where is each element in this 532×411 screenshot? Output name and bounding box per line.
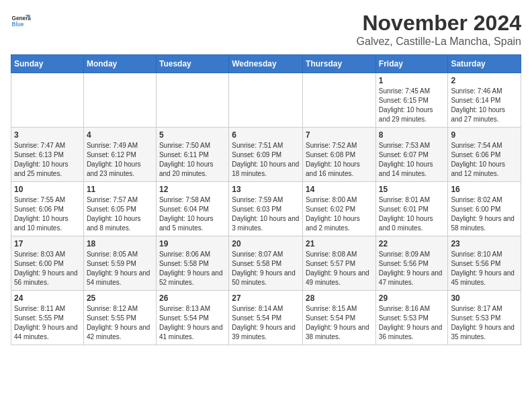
calendar-cell: 19Sunrise: 8:06 AMSunset: 5:58 PMDayligh… (156, 236, 228, 291)
day-number: 18 (87, 239, 153, 248)
calendar-cell: 23Sunrise: 8:10 AMSunset: 5:56 PMDayligh… (448, 236, 521, 291)
calendar-cell: 13Sunrise: 7:59 AMSunset: 6:03 PMDayligh… (229, 182, 303, 236)
day-info: Sunrise: 8:05 AMSunset: 5:59 PMDaylight:… (87, 250, 153, 287)
calendar-cell: 22Sunrise: 8:09 AMSunset: 5:56 PMDayligh… (375, 236, 448, 291)
day-info: Sunrise: 8:03 AMSunset: 6:00 PMDaylight:… (14, 250, 81, 287)
calendar-cell: 9Sunrise: 7:54 AMSunset: 6:06 PMDaylight… (448, 128, 521, 182)
day-info: Sunrise: 7:45 AMSunset: 6:15 PMDaylight:… (379, 87, 445, 124)
calendar-cell: 2Sunrise: 7:46 AMSunset: 6:14 PMDaylight… (448, 73, 521, 128)
day-number: 6 (232, 130, 300, 140)
day-number: 25 (87, 293, 153, 303)
day-info: Sunrise: 8:14 AMSunset: 5:54 PMDaylight:… (232, 304, 300, 342)
day-info: Sunrise: 7:55 AMSunset: 6:06 PMDaylight:… (14, 195, 81, 233)
calendar-cell (83, 73, 156, 128)
day-info: Sunrise: 8:06 AMSunset: 5:58 PMDaylight:… (159, 250, 226, 287)
day-number: 16 (451, 185, 518, 194)
day-info: Sunrise: 8:01 AMSunset: 6:01 PMDaylight:… (379, 195, 445, 233)
day-number: 10 (14, 185, 81, 194)
day-number: 27 (232, 293, 300, 303)
day-info: Sunrise: 8:08 AMSunset: 5:57 PMDaylight:… (306, 250, 373, 287)
calendar-cell: 15Sunrise: 8:01 AMSunset: 6:01 PMDayligh… (375, 182, 448, 236)
calendar-cell: 21Sunrise: 8:08 AMSunset: 5:57 PMDayligh… (303, 236, 376, 291)
calendar-cell: 24Sunrise: 8:11 AMSunset: 5:55 PMDayligh… (11, 291, 84, 345)
week-row-3: 17Sunrise: 8:03 AMSunset: 6:00 PMDayligh… (11, 236, 521, 291)
calendar-body: 1Sunrise: 7:45 AMSunset: 6:15 PMDaylight… (11, 73, 521, 345)
day-number: 20 (232, 239, 300, 248)
day-info: Sunrise: 8:07 AMSunset: 5:58 PMDaylight:… (232, 250, 300, 287)
day-number: 24 (14, 293, 81, 303)
dow-thursday: Thursday (303, 55, 376, 73)
day-info: Sunrise: 7:54 AMSunset: 6:06 PMDaylight:… (451, 141, 518, 179)
calendar-cell: 17Sunrise: 8:03 AMSunset: 6:00 PMDayligh… (11, 236, 84, 291)
calendar-cell (229, 73, 303, 128)
calendar-cell: 1Sunrise: 7:45 AMSunset: 6:15 PMDaylight… (375, 73, 448, 128)
dow-friday: Friday (375, 55, 448, 73)
calendar-cell (156, 73, 228, 128)
calendar-cell: 6Sunrise: 7:51 AMSunset: 6:09 PMDaylight… (229, 128, 303, 182)
page-header: General Blue November 2024 Galvez, Casti… (11, 11, 521, 48)
title-area: November 2024 Galvez, Castille-La Mancha… (357, 11, 521, 48)
day-info: Sunrise: 7:49 AMSunset: 6:12 PMDaylight:… (87, 141, 153, 179)
day-info: Sunrise: 7:59 AMSunset: 6:03 PMDaylight:… (232, 195, 300, 233)
day-number: 2 (451, 76, 518, 85)
calendar-cell: 5Sunrise: 7:50 AMSunset: 6:11 PMDaylight… (156, 128, 228, 182)
days-of-week-row: SundayMondayTuesdayWednesdayThursdayFrid… (11, 55, 521, 73)
calendar-cell: 11Sunrise: 7:57 AMSunset: 6:05 PMDayligh… (83, 182, 156, 236)
calendar-cell (11, 73, 84, 128)
dow-wednesday: Wednesday (229, 55, 303, 73)
day-number: 11 (87, 185, 153, 194)
week-row-2: 10Sunrise: 7:55 AMSunset: 6:06 PMDayligh… (11, 182, 521, 236)
day-info: Sunrise: 8:00 AMSunset: 6:02 PMDaylight:… (306, 195, 373, 233)
dow-monday: Monday (83, 55, 156, 73)
day-number: 5 (159, 130, 226, 140)
day-info: Sunrise: 8:15 AMSunset: 5:54 PMDaylight:… (306, 304, 373, 342)
calendar-cell: 20Sunrise: 8:07 AMSunset: 5:58 PMDayligh… (229, 236, 303, 291)
calendar-cell: 14Sunrise: 8:00 AMSunset: 6:02 PMDayligh… (303, 182, 376, 236)
day-info: Sunrise: 7:47 AMSunset: 6:13 PMDaylight:… (14, 141, 81, 179)
calendar-cell: 18Sunrise: 8:05 AMSunset: 5:59 PMDayligh… (83, 236, 156, 291)
calendar-cell: 28Sunrise: 8:15 AMSunset: 5:54 PMDayligh… (303, 291, 376, 345)
calendar-cell: 26Sunrise: 8:13 AMSunset: 5:54 PMDayligh… (156, 291, 228, 345)
calendar-cell: 16Sunrise: 8:02 AMSunset: 6:00 PMDayligh… (448, 182, 521, 236)
calendar-cell: 29Sunrise: 8:16 AMSunset: 5:53 PMDayligh… (375, 291, 448, 345)
day-info: Sunrise: 7:51 AMSunset: 6:09 PMDaylight:… (232, 141, 300, 179)
day-info: Sunrise: 8:02 AMSunset: 6:00 PMDaylight:… (451, 195, 518, 233)
calendar-cell: 3Sunrise: 7:47 AMSunset: 6:13 PMDaylight… (11, 128, 84, 182)
day-number: 12 (159, 185, 226, 194)
day-number: 1 (379, 76, 445, 85)
day-number: 13 (232, 185, 300, 194)
day-number: 28 (306, 293, 373, 303)
dow-sunday: Sunday (11, 55, 84, 73)
day-number: 26 (159, 293, 226, 303)
day-number: 22 (379, 239, 445, 248)
day-number: 4 (87, 130, 153, 140)
dow-tuesday: Tuesday (156, 55, 228, 73)
calendar-cell: 25Sunrise: 8:12 AMSunset: 5:55 PMDayligh… (83, 291, 156, 345)
calendar-cell: 30Sunrise: 8:17 AMSunset: 5:53 PMDayligh… (448, 291, 521, 345)
day-info: Sunrise: 7:46 AMSunset: 6:14 PMDaylight:… (451, 87, 518, 124)
calendar-cell: 7Sunrise: 7:52 AMSunset: 6:08 PMDaylight… (303, 128, 376, 182)
week-row-1: 3Sunrise: 7:47 AMSunset: 6:13 PMDaylight… (11, 128, 521, 182)
page-title: November 2024 (357, 11, 521, 36)
day-info: Sunrise: 8:10 AMSunset: 5:56 PMDaylight:… (451, 250, 518, 287)
week-row-4: 24Sunrise: 8:11 AMSunset: 5:55 PMDayligh… (11, 291, 521, 345)
day-number: 30 (451, 293, 518, 303)
dow-saturday: Saturday (448, 55, 521, 73)
day-number: 21 (306, 239, 373, 248)
calendar-cell: 4Sunrise: 7:49 AMSunset: 6:12 PMDaylight… (83, 128, 156, 182)
day-info: Sunrise: 7:57 AMSunset: 6:05 PMDaylight:… (87, 195, 153, 233)
logo: General Blue (11, 11, 31, 31)
day-info: Sunrise: 8:12 AMSunset: 5:55 PMDaylight:… (87, 304, 153, 342)
day-info: Sunrise: 7:50 AMSunset: 6:11 PMDaylight:… (159, 141, 226, 179)
day-number: 17 (14, 239, 81, 248)
svg-text:Blue: Blue (12, 21, 24, 28)
day-info: Sunrise: 7:52 AMSunset: 6:08 PMDaylight:… (306, 141, 373, 179)
day-number: 7 (306, 130, 373, 140)
calendar-table: SundayMondayTuesdayWednesdayThursdayFrid… (11, 54, 521, 345)
day-number: 23 (451, 239, 518, 248)
day-info: Sunrise: 8:16 AMSunset: 5:53 PMDaylight:… (379, 304, 445, 342)
day-number: 29 (379, 293, 445, 303)
day-number: 3 (14, 130, 81, 140)
day-info: Sunrise: 8:17 AMSunset: 5:53 PMDaylight:… (451, 304, 518, 342)
week-row-0: 1Sunrise: 7:45 AMSunset: 6:15 PMDaylight… (11, 73, 521, 128)
